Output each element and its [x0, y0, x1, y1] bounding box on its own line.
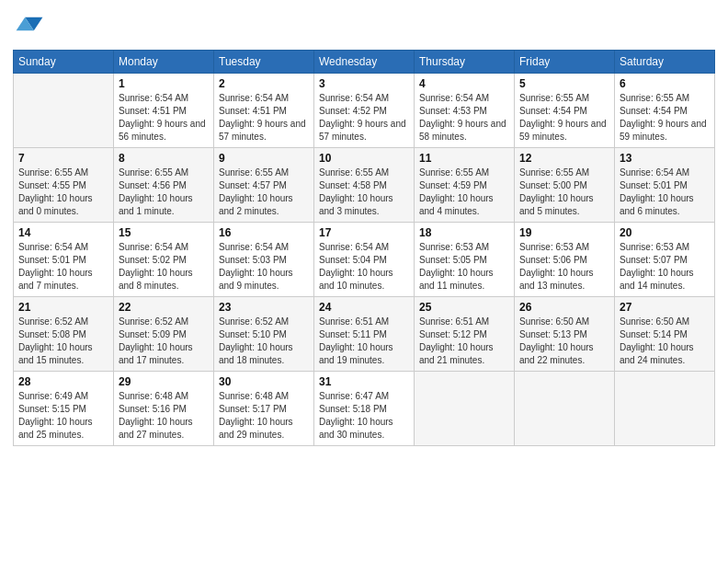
day-info: Sunrise: 6:52 AMSunset: 5:10 PMDaylight:…: [219, 316, 309, 367]
calendar-cell: 28Sunrise: 6:49 AMSunset: 5:15 PMDayligh…: [14, 372, 114, 446]
logo: [13, 13, 44, 42]
calendar-cell: 13Sunrise: 6:54 AMSunset: 5:01 PMDayligh…: [615, 148, 715, 223]
day-info: Sunrise: 6:48 AMSunset: 5:16 PMDaylight:…: [119, 390, 209, 442]
calendar-cell: 5Sunrise: 6:55 AMSunset: 4:54 PMDaylight…: [515, 74, 615, 148]
calendar-cell: 16Sunrise: 6:54 AMSunset: 5:03 PMDayligh…: [214, 223, 314, 297]
day-info: Sunrise: 6:53 AMSunset: 5:05 PMDaylight:…: [419, 241, 509, 293]
day-number: 11: [419, 152, 509, 165]
day-info: Sunrise: 6:51 AMSunset: 5:12 PMDaylight:…: [419, 316, 509, 367]
day-number: 3: [319, 77, 409, 90]
day-info: Sunrise: 6:52 AMSunset: 5:09 PMDaylight:…: [119, 316, 209, 367]
calendar-cell: 21Sunrise: 6:52 AMSunset: 5:08 PMDayligh…: [14, 297, 114, 372]
calendar-table: SundayMondayTuesdayWednesdayThursdayFrid…: [13, 50, 715, 446]
calendar-cell: [515, 372, 615, 446]
day-of-week-header: Thursday: [415, 51, 515, 74]
day-info: Sunrise: 6:55 AMSunset: 5:00 PMDaylight:…: [519, 167, 609, 218]
day-number: 1: [119, 77, 209, 90]
day-number: 2: [219, 77, 309, 90]
day-number: 25: [419, 301, 509, 314]
day-number: 12: [519, 152, 609, 165]
day-info: Sunrise: 6:49 AMSunset: 5:15 PMDaylight:…: [18, 390, 108, 442]
calendar-cell: 27Sunrise: 6:50 AMSunset: 5:14 PMDayligh…: [615, 297, 715, 372]
calendar-cell: [415, 372, 515, 446]
calendar-cell: 25Sunrise: 6:51 AMSunset: 5:12 PMDayligh…: [415, 297, 515, 372]
day-number: 20: [620, 226, 710, 239]
day-number: 14: [18, 226, 108, 239]
day-info: Sunrise: 6:54 AMSunset: 4:51 PMDaylight:…: [119, 92, 209, 144]
day-number: 24: [319, 301, 409, 314]
day-number: 4: [419, 77, 509, 90]
day-info: Sunrise: 6:54 AMSunset: 4:51 PMDaylight:…: [219, 92, 309, 144]
day-info: Sunrise: 6:50 AMSunset: 5:14 PMDaylight:…: [620, 316, 710, 367]
day-info: Sunrise: 6:47 AMSunset: 5:18 PMDaylight:…: [319, 390, 409, 442]
day-number: 30: [219, 375, 309, 388]
day-number: 5: [519, 77, 609, 90]
calendar-cell: 2Sunrise: 6:54 AMSunset: 4:51 PMDaylight…: [214, 74, 314, 148]
day-number: 7: [18, 152, 108, 165]
day-of-week-header: Saturday: [615, 51, 715, 74]
day-of-week-header: Tuesday: [214, 51, 314, 74]
day-number: 18: [419, 226, 509, 239]
calendar-cell: 19Sunrise: 6:53 AMSunset: 5:06 PMDayligh…: [515, 223, 615, 297]
day-number: 9: [219, 152, 309, 165]
day-info: Sunrise: 6:54 AMSunset: 5:01 PMDaylight:…: [620, 167, 710, 218]
calendar-cell: 1Sunrise: 6:54 AMSunset: 4:51 PMDaylight…: [114, 74, 214, 148]
day-number: 16: [219, 226, 309, 239]
calendar-cell: [14, 74, 114, 148]
day-number: 21: [18, 301, 108, 314]
day-number: 15: [119, 226, 209, 239]
day-number: 31: [319, 375, 409, 388]
calendar-cell: 10Sunrise: 6:55 AMSunset: 4:58 PMDayligh…: [314, 148, 415, 223]
calendar-cell: 12Sunrise: 6:55 AMSunset: 5:00 PMDayligh…: [515, 148, 615, 223]
day-info: Sunrise: 6:55 AMSunset: 4:57 PMDaylight:…: [219, 167, 309, 218]
day-info: Sunrise: 6:51 AMSunset: 5:11 PMDaylight:…: [319, 316, 409, 367]
header-row: SundayMondayTuesdayWednesdayThursdayFrid…: [14, 51, 715, 74]
logo-icon: [15, 13, 44, 42]
day-info: Sunrise: 6:54 AMSunset: 4:53 PMDaylight:…: [419, 92, 509, 144]
calendar-cell: 3Sunrise: 6:54 AMSunset: 4:52 PMDaylight…: [314, 74, 415, 148]
day-info: Sunrise: 6:53 AMSunset: 5:06 PMDaylight:…: [519, 241, 609, 293]
day-info: Sunrise: 6:54 AMSunset: 5:02 PMDaylight:…: [119, 241, 209, 293]
day-of-week-header: Sunday: [14, 51, 114, 74]
calendar-cell: [615, 372, 715, 446]
day-of-week-header: Monday: [114, 51, 214, 74]
day-info: Sunrise: 6:52 AMSunset: 5:08 PMDaylight:…: [18, 316, 108, 367]
day-number: 17: [319, 226, 409, 239]
day-info: Sunrise: 6:55 AMSunset: 4:58 PMDaylight:…: [319, 167, 409, 218]
day-info: Sunrise: 6:55 AMSunset: 4:56 PMDaylight:…: [119, 167, 209, 218]
calendar-cell: 4Sunrise: 6:54 AMSunset: 4:53 PMDaylight…: [415, 74, 515, 148]
calendar-cell: 9Sunrise: 6:55 AMSunset: 4:57 PMDaylight…: [214, 148, 314, 223]
day-number: 28: [18, 375, 108, 388]
day-info: Sunrise: 6:55 AMSunset: 4:54 PMDaylight:…: [519, 92, 609, 144]
day-info: Sunrise: 6:53 AMSunset: 5:07 PMDaylight:…: [620, 241, 710, 293]
day-number: 10: [319, 152, 409, 165]
calendar-cell: 15Sunrise: 6:54 AMSunset: 5:02 PMDayligh…: [114, 223, 214, 297]
calendar-cell: 6Sunrise: 6:55 AMSunset: 4:54 PMDaylight…: [615, 74, 715, 148]
calendar-cell: 22Sunrise: 6:52 AMSunset: 5:09 PMDayligh…: [114, 297, 214, 372]
day-number: 27: [620, 301, 710, 314]
day-number: 23: [219, 301, 309, 314]
calendar-cell: 7Sunrise: 6:55 AMSunset: 4:55 PMDaylight…: [14, 148, 114, 223]
day-number: 26: [519, 301, 609, 314]
calendar-cell: 23Sunrise: 6:52 AMSunset: 5:10 PMDayligh…: [214, 297, 314, 372]
calendar-cell: 31Sunrise: 6:47 AMSunset: 5:18 PMDayligh…: [314, 372, 415, 446]
calendar-cell: 14Sunrise: 6:54 AMSunset: 5:01 PMDayligh…: [14, 223, 114, 297]
calendar-cell: 30Sunrise: 6:48 AMSunset: 5:17 PMDayligh…: [214, 372, 314, 446]
calendar-cell: 11Sunrise: 6:55 AMSunset: 4:59 PMDayligh…: [415, 148, 515, 223]
day-number: 6: [620, 77, 710, 90]
day-of-week-header: Wednesday: [314, 51, 415, 74]
day-number: 8: [119, 152, 209, 165]
day-info: Sunrise: 6:55 AMSunset: 4:54 PMDaylight:…: [620, 92, 710, 144]
day-number: 29: [119, 375, 209, 388]
day-number: 19: [519, 226, 609, 239]
day-number: 13: [620, 152, 710, 165]
day-info: Sunrise: 6:48 AMSunset: 5:17 PMDaylight:…: [219, 390, 309, 442]
day-info: Sunrise: 6:50 AMSunset: 5:13 PMDaylight:…: [519, 316, 609, 367]
calendar-cell: 26Sunrise: 6:50 AMSunset: 5:13 PMDayligh…: [515, 297, 615, 372]
day-number: 22: [119, 301, 209, 314]
calendar-cell: 18Sunrise: 6:53 AMSunset: 5:05 PMDayligh…: [415, 223, 515, 297]
calendar-cell: 29Sunrise: 6:48 AMSunset: 5:16 PMDayligh…: [114, 372, 214, 446]
day-info: Sunrise: 6:55 AMSunset: 4:55 PMDaylight:…: [18, 167, 108, 218]
calendar-cell: 24Sunrise: 6:51 AMSunset: 5:11 PMDayligh…: [314, 297, 415, 372]
calendar-cell: 17Sunrise: 6:54 AMSunset: 5:04 PMDayligh…: [314, 223, 415, 297]
